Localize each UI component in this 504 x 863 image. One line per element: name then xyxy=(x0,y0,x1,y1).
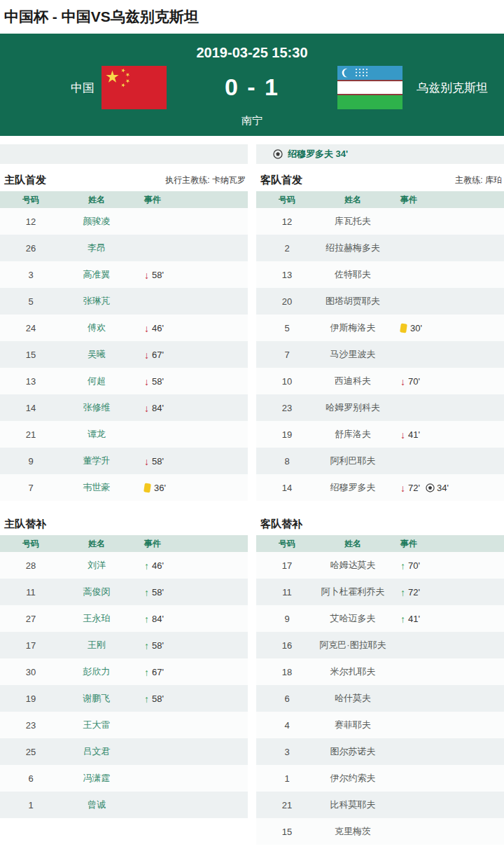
down-event: ↓72' xyxy=(400,483,420,493)
player-row: 13佐特耶夫 xyxy=(256,261,504,288)
player-number: 21 xyxy=(0,421,62,448)
player-row: 1伊尔约索夫 xyxy=(256,765,504,792)
player-row: 12颜骏凌 xyxy=(0,208,248,235)
column-header-name: 姓名 xyxy=(62,191,132,208)
player-events xyxy=(132,208,248,235)
sub-on-arrow-icon: ↑ xyxy=(144,614,149,624)
sub-off-arrow-icon: ↓ xyxy=(144,270,149,280)
player-row: 5张琳芃 xyxy=(0,288,248,315)
player-name: 阿利巴耶夫 xyxy=(318,448,388,474)
soccer-ball-icon xyxy=(426,483,435,492)
player-name: 伊尔约索夫 xyxy=(318,765,388,792)
player-events: ↓58' xyxy=(132,368,248,394)
player-events xyxy=(388,341,504,368)
player-events xyxy=(132,765,248,792)
away-events-bar: 绍穆罗多夫 34' xyxy=(256,144,504,164)
player-number: 17 xyxy=(256,552,318,579)
player-name: 伊斯梅洛夫 xyxy=(318,315,388,341)
event-time: 46' xyxy=(152,560,164,571)
column-header-events: 事件 xyxy=(132,535,248,552)
player-row: 17哈姆达莫夫↑70' xyxy=(256,552,504,579)
player-number: 5 xyxy=(0,288,62,315)
home-team-name: 中国 xyxy=(0,80,102,96)
player-number: 5 xyxy=(256,315,318,341)
player-row: 2绍拉赫梅多夫 xyxy=(256,235,504,261)
player-name: 比科莫耶夫 xyxy=(318,792,388,818)
event-time: 58' xyxy=(152,587,164,598)
player-events: ↓84' xyxy=(132,394,248,421)
player-name: 王刚 xyxy=(62,632,132,658)
column-header-number: 号码 xyxy=(256,191,318,208)
player-number: 3 xyxy=(256,738,318,765)
section-title-home-start: 主队首发 xyxy=(4,174,46,186)
player-events: ↓72'34' xyxy=(388,474,504,501)
down-event: ↓46' xyxy=(144,323,164,333)
player-events xyxy=(388,765,504,792)
player-number: 10 xyxy=(256,368,318,394)
player-number: 26 xyxy=(0,235,62,261)
home-subs-section: 主队替补 号码 姓名 事件 28刘洋↑46'11蒿俊闵↑58'27王永珀↑84'… xyxy=(0,501,248,845)
sub-on-arrow-icon: ↑ xyxy=(144,694,149,704)
away-start-table: 号码 姓名 事件 12库瓦托夫2绍拉赫梅多夫13佐特耶夫20图塔胡贾耶夫5伊斯梅… xyxy=(256,191,504,501)
down-event: ↓58' xyxy=(144,376,164,387)
event-time: 72' xyxy=(408,587,420,598)
up-event: ↑46' xyxy=(144,560,164,571)
column-header-events: 事件 xyxy=(388,191,504,208)
up-event: ↑58' xyxy=(144,693,164,704)
down-event: ↓41' xyxy=(400,429,420,440)
player-row: 23王大雷 xyxy=(0,712,248,738)
player-row: 11蒿俊闵↑58' xyxy=(0,579,248,605)
table-header-row: 号码 姓名 事件 xyxy=(0,191,248,208)
player-number: 9 xyxy=(256,605,318,632)
player-number: 23 xyxy=(0,712,62,738)
player-name: 颜骏凌 xyxy=(62,208,132,235)
player-name: 张修维 xyxy=(62,394,132,421)
player-row: 15克里梅茨 xyxy=(256,818,504,845)
yellow-card-icon xyxy=(144,483,151,492)
player-row: 5伊斯梅洛夫30' xyxy=(256,315,504,341)
up-event: ↑70' xyxy=(400,560,420,571)
player-row: 7韦世豪36' xyxy=(0,474,248,501)
table-header-row: 号码 姓名 事件 xyxy=(256,535,504,552)
player-events xyxy=(132,421,248,448)
player-events xyxy=(132,712,248,738)
home-subs-table: 号码 姓名 事件 28刘洋↑46'11蒿俊闵↑58'27王永珀↑84'17王刚↑… xyxy=(0,535,248,818)
ball-event: 34' xyxy=(426,483,449,493)
player-events: ↓67' xyxy=(132,341,248,368)
player-events xyxy=(388,208,504,235)
player-row: 19舒库洛夫↓41' xyxy=(256,421,504,448)
down-event: ↓58' xyxy=(144,270,164,280)
player-name: 绍拉赫梅多夫 xyxy=(318,235,388,261)
event-time: 58' xyxy=(152,270,164,280)
player-row: 18米尔扎耶夫 xyxy=(256,658,504,685)
down-event: ↓84' xyxy=(144,403,164,413)
player-number: 7 xyxy=(256,341,318,368)
player-name: 李昂 xyxy=(62,235,132,261)
column-header-name: 姓名 xyxy=(318,535,388,552)
player-events xyxy=(132,792,248,818)
player-row: 15吴曦↓67' xyxy=(0,341,248,368)
sub-off-arrow-icon: ↓ xyxy=(400,483,405,493)
player-events: ↑58' xyxy=(132,632,248,658)
away-start-section: 客队首发 主教练: 库珀 号码 姓名 事件 12库瓦托夫2绍拉赫梅多夫13佐特耶… xyxy=(256,164,504,501)
away-subs-section: 客队替补 号码 姓名 事件 17哈姆达莫夫↑70'11阿卜杜霍利乔夫↑72'9艾… xyxy=(256,501,504,845)
player-row: 20图塔胡贾耶夫 xyxy=(256,288,504,315)
player-name: 哈什莫夫 xyxy=(318,685,388,712)
player-row: 23哈姆罗别科夫 xyxy=(256,394,504,421)
player-number: 17 xyxy=(0,632,62,658)
player-events xyxy=(388,792,504,818)
section-title-home-subs: 主队替补 xyxy=(4,518,46,530)
away-coach-label: 主教练: 库珀 xyxy=(455,174,502,186)
player-name: 冯潇霆 xyxy=(62,765,132,792)
player-name: 张琳芃 xyxy=(62,288,132,315)
player-number: 28 xyxy=(0,552,62,579)
player-events xyxy=(388,288,504,315)
player-name: 王永珀 xyxy=(62,605,132,632)
player-name: 谭龙 xyxy=(62,421,132,448)
player-name: 舒库洛夫 xyxy=(318,421,388,448)
player-number: 11 xyxy=(256,579,318,605)
player-number: 13 xyxy=(256,261,318,288)
up-event: ↑58' xyxy=(144,587,164,598)
player-row: 21谭龙 xyxy=(0,421,248,448)
player-row: 8阿利巴耶夫 xyxy=(256,448,504,474)
